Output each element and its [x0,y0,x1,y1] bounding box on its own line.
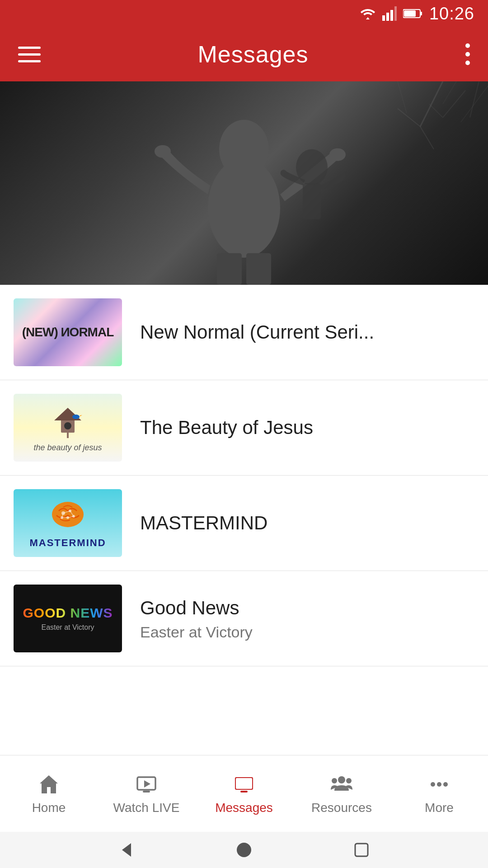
status-time: 10:26 [429,4,474,24]
mastermind-thumb-label: MASTERMIND [29,537,106,549]
system-nav-bar [0,832,488,868]
svg-rect-47 [236,778,252,789]
svg-rect-24 [303,183,321,219]
new-normal-thumb-text: (NEW) ИORMAL [22,324,114,340]
svg-point-53 [437,782,441,787]
status-bar: 10:26 [0,0,488,27]
svg-point-20 [329,148,346,161]
series-info-good-news: Good News Easter at Victory [140,596,474,641]
svg-point-19 [155,145,171,158]
nav-label-more: More [425,801,454,815]
nav-item-resources[interactable]: Resources [293,764,390,824]
series-item-mastermind[interactable]: MASTERMIND MASTERMIND [0,476,488,571]
good-news-thumb-sub: Easter at Victory [41,623,94,632]
series-subtitle-good-news: Easter at Victory [140,623,474,641]
svg-line-11 [429,104,443,118]
svg-rect-6 [404,10,416,17]
series-info-new-normal: New Normal (Current Seri... [140,320,474,345]
svg-line-10 [443,90,465,118]
back-button[interactable] [115,839,138,861]
app-bar: Messages [0,27,488,81]
hero-image[interactable] [0,81,488,285]
svg-rect-5 [420,12,422,15]
svg-marker-44 [144,780,150,788]
resources-icon [330,773,353,796]
svg-rect-3 [394,6,397,21]
hamburger-menu-button[interactable] [18,47,41,62]
watch-live-icon [135,773,158,796]
svg-point-29 [72,415,80,419]
svg-rect-57 [355,844,368,856]
svg-rect-28 [67,433,69,438]
thumbnail-beauty-of-jesus: the beauty of jesus [14,394,122,462]
series-title-beauty: The Beauty of Jesus [140,415,474,440]
svg-point-50 [332,778,337,783]
svg-point-51 [346,778,352,783]
nav-label-watch-live: Watch LIVE [113,801,180,815]
svg-rect-0 [382,15,385,21]
beauty-thumb-text: the beauty of jesus [33,443,102,453]
svg-point-27 [64,422,71,429]
home-icon [37,773,61,796]
svg-rect-18 [233,174,255,192]
thumbnail-good-news: GOOD NEWS Easter at Victory [14,585,122,652]
svg-point-56 [237,843,251,857]
wifi-icon [360,7,376,20]
svg-marker-55 [122,843,131,857]
svg-point-52 [431,782,435,787]
thumbnail-mastermind: MASTERMIND [14,489,122,557]
svg-line-8 [398,108,420,127]
svg-rect-22 [246,253,271,285]
battery-icon [403,8,423,19]
svg-point-54 [443,782,448,787]
thumbnail-new-normal: (NEW) ИORMAL [14,298,122,366]
signal-icon [382,6,397,21]
bottom-navigation: Home Watch LIVE Messages [0,755,488,832]
status-icons: 10:26 [360,4,474,24]
svg-line-15 [398,81,407,113]
nav-item-home[interactable]: Home [0,764,98,824]
svg-line-7 [420,81,443,127]
nav-label-home: Home [32,801,66,815]
nav-label-resources: Resources [311,801,372,815]
home-button[interactable] [233,839,255,861]
birdhouse-icon [50,403,86,439]
series-info-beauty: The Beauty of Jesus [140,415,474,440]
more-options-button[interactable] [465,43,470,65]
nav-item-messages[interactable]: Messages [195,764,293,824]
series-item-new-normal[interactable]: (NEW) ИORMAL New Normal (Current Seri... [0,285,488,380]
svg-rect-2 [390,10,393,21]
nav-label-messages: Messages [215,801,273,815]
series-title-new-normal: New Normal (Current Seri... [140,320,474,345]
series-title-good-news: Good News [140,596,474,621]
series-item-good-news[interactable]: GOOD NEWS Easter at Victory Good News Ea… [0,571,488,666]
hero-person-silhouette [108,95,380,285]
recents-button[interactable] [350,839,373,861]
svg-line-14 [443,81,456,104]
svg-rect-45 [143,791,150,793]
series-item-beauty-of-jesus[interactable]: the beauty of jesus The Beauty of Jesus [0,380,488,476]
svg-marker-31 [80,415,82,416]
series-info-mastermind: MASTERMIND [140,511,474,536]
brain-icon [47,497,88,533]
good-news-thumb-title: GOOD NEWS [23,605,113,621]
main-content: (NEW) ИORMAL New Normal (Current Seri... [0,81,488,755]
messages-icon [232,773,256,796]
svg-point-17 [219,120,269,179]
nav-item-more[interactable]: More [390,764,488,824]
nav-item-watch-live[interactable]: Watch LIVE [98,764,195,824]
page-title: Messages [198,41,309,68]
svg-point-49 [338,776,345,783]
svg-rect-48 [240,791,248,793]
svg-rect-21 [217,253,242,285]
series-list: (NEW) ИORMAL New Normal (Current Seri... [0,285,488,666]
svg-line-9 [420,127,434,149]
svg-rect-1 [386,13,389,21]
series-title-mastermind: MASTERMIND [140,511,474,536]
more-icon [427,773,451,796]
